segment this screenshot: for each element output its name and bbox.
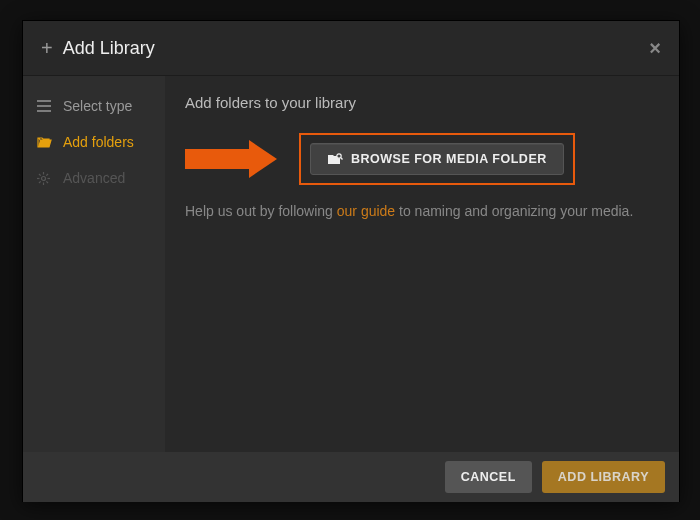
svg-point-3: [42, 176, 46, 180]
sidebar-item-select-type[interactable]: Select type: [23, 88, 165, 124]
svg-line-13: [341, 158, 343, 160]
callout-arrow: [185, 140, 285, 178]
add-library-button[interactable]: ADD LIBRARY: [542, 461, 665, 493]
browse-row: BROWSE FOR MEDIA FOLDER: [185, 133, 659, 185]
browse-media-folder-button[interactable]: BROWSE FOR MEDIA FOLDER: [310, 143, 564, 175]
modal-title: Add Library: [63, 38, 155, 59]
svg-line-11: [39, 181, 41, 183]
hint-text: Help us out by following our guide to na…: [185, 203, 659, 219]
cancel-button[interactable]: CANCEL: [445, 461, 532, 493]
sidebar-item-label: Advanced: [63, 170, 125, 186]
modal-footer: CANCEL ADD LIBRARY: [23, 452, 679, 502]
folder-open-icon: [37, 136, 55, 148]
gear-icon: [37, 172, 55, 185]
svg-line-10: [46, 174, 48, 176]
list-icon: [37, 100, 55, 112]
hint-pre: Help us out by following: [185, 203, 337, 219]
sidebar: Select type Add folders Advanced: [23, 76, 165, 452]
svg-line-9: [46, 181, 48, 183]
callout-highlight: BROWSE FOR MEDIA FOLDER: [299, 133, 575, 185]
guide-link[interactable]: our guide: [337, 203, 395, 219]
svg-line-8: [39, 174, 41, 176]
browse-button-label: BROWSE FOR MEDIA FOLDER: [351, 152, 547, 166]
svg-point-12: [337, 154, 341, 158]
modal-body: Select type Add folders Advanced Add fol…: [23, 76, 679, 452]
content-heading: Add folders to your library: [185, 94, 659, 111]
sidebar-item-label: Select type: [63, 98, 132, 114]
modal-header: + Add Library ×: [23, 21, 679, 76]
sidebar-item-label: Add folders: [63, 134, 134, 150]
close-icon[interactable]: ×: [649, 37, 661, 60]
sidebar-item-advanced[interactable]: Advanced: [23, 160, 165, 196]
content-panel: Add folders to your library BROWSE FOR M…: [165, 76, 679, 452]
plus-icon: +: [41, 37, 53, 60]
add-library-modal: + Add Library × Select type Add folders: [22, 20, 680, 502]
sidebar-item-add-folders[interactable]: Add folders: [23, 124, 165, 160]
hint-post: to naming and organizing your media.: [395, 203, 633, 219]
folder-search-icon: [327, 152, 343, 166]
